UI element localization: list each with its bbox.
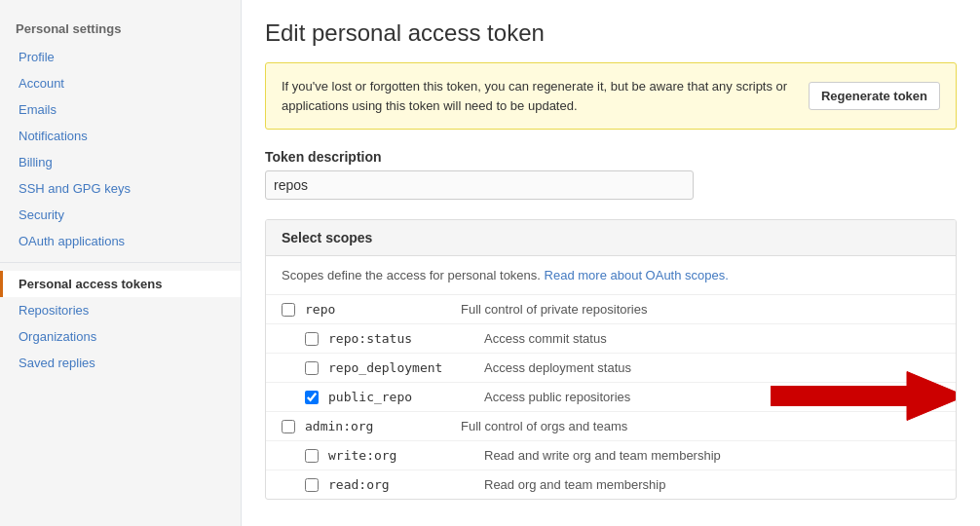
main-content: Edit personal access token If you've los… — [242, 0, 980, 526]
scope-description: Access public repositories — [484, 390, 630, 404]
scope-row-repo: repoFull control of private repositories — [266, 295, 956, 324]
scope-name: admin:org — [305, 419, 461, 433]
scopes-description-text: Scopes define the access for personal to… — [282, 268, 545, 282]
scope-checkbox-public-repo[interactable] — [305, 391, 319, 404]
red-arrow-annotation — [771, 366, 957, 428]
sidebar-item-notifications[interactable]: Notifications — [0, 123, 241, 149]
scope-name: repo_deployment — [328, 360, 484, 375]
scope-name: repo — [305, 302, 461, 317]
sidebar-item-repositories[interactable]: Repositories — [0, 297, 241, 323]
scope-name: read:org — [328, 477, 484, 492]
scope-row-repo-status: repo:statusAccess commit status — [266, 324, 956, 354]
sidebar-heading: Personal settings — [0, 16, 241, 44]
scope-description: Read org and team membership — [484, 477, 665, 492]
scope-description: Read and write org and team membership — [484, 448, 721, 463]
scope-description: Access commit status — [484, 331, 607, 346]
scope-name: write:org — [328, 448, 484, 463]
sidebar-items-container: ProfileAccountEmailsNotificationsBilling… — [0, 44, 241, 376]
page-layout: Personal settings ProfileAccountEmailsNo… — [0, 0, 980, 526]
token-description-input[interactable] — [265, 170, 694, 200]
scope-row-read-org: read:orgRead org and team membership — [266, 470, 956, 499]
sidebar-item-ssh-gpg-keys[interactable]: SSH and GPG keys — [0, 175, 241, 202]
page-title: Edit personal access token — [265, 19, 957, 47]
scope-description: Full control of private repositories — [461, 302, 647, 317]
sidebar-item-oauth-applications[interactable]: OAuth applications — [0, 228, 241, 254]
warning-box: If you've lost or forgotten this token, … — [265, 62, 957, 130]
sidebar-item-billing[interactable]: Billing — [0, 149, 241, 175]
scope-checkbox-repo-status[interactable] — [305, 332, 319, 346]
sidebar-item-emails[interactable]: Emails — [0, 96, 241, 123]
sidebar-item-account[interactable]: Account — [0, 70, 241, 96]
sidebar-divider — [0, 262, 241, 263]
svg-marker-0 — [771, 371, 957, 420]
scopes-header: Select scopes — [266, 220, 956, 256]
scope-checkbox-repo-deployment[interactable] — [305, 361, 319, 375]
scope-checkbox-read-org[interactable] — [305, 478, 319, 492]
scope-row-write-org: write:orgRead and write org and team mem… — [266, 441, 956, 470]
scope-row-public-repo: public_repoAccess public repositories — [266, 383, 956, 412]
sidebar-item-organizations[interactable]: Organizations — [0, 323, 241, 350]
regenerate-token-button[interactable]: Regenerate token — [809, 82, 940, 110]
sidebar-item-personal-access-tokens: Personal access tokens — [0, 271, 241, 297]
scope-name: public_repo — [328, 390, 484, 404]
scope-checkbox-repo[interactable] — [282, 303, 295, 317]
sidebar-item-profile[interactable]: Profile — [0, 44, 241, 70]
scope-description: Access deployment status — [484, 360, 631, 375]
warning-text: If you've lost or forgotten this token, … — [282, 77, 793, 115]
scopes-description: Scopes define the access for personal to… — [266, 256, 956, 295]
scope-checkbox-write-org[interactable] — [305, 449, 319, 463]
scope-description: Full control of orgs and teams — [461, 419, 627, 433]
sidebar: Personal settings ProfileAccountEmailsNo… — [0, 0, 242, 526]
sidebar-item-saved-replies[interactable]: Saved replies — [0, 350, 241, 376]
scope-checkbox-admin-org[interactable] — [282, 420, 295, 433]
scopes-section: Select scopes Scopes define the access f… — [265, 219, 957, 500]
token-description-label: Token description — [265, 149, 957, 165]
scope-name: repo:status — [328, 331, 484, 346]
scopes-description-link[interactable]: Read more about OAuth scopes. — [545, 268, 729, 282]
sidebar-item-security[interactable]: Security — [0, 202, 241, 228]
scopes-list: repoFull control of private repositories… — [266, 295, 956, 499]
